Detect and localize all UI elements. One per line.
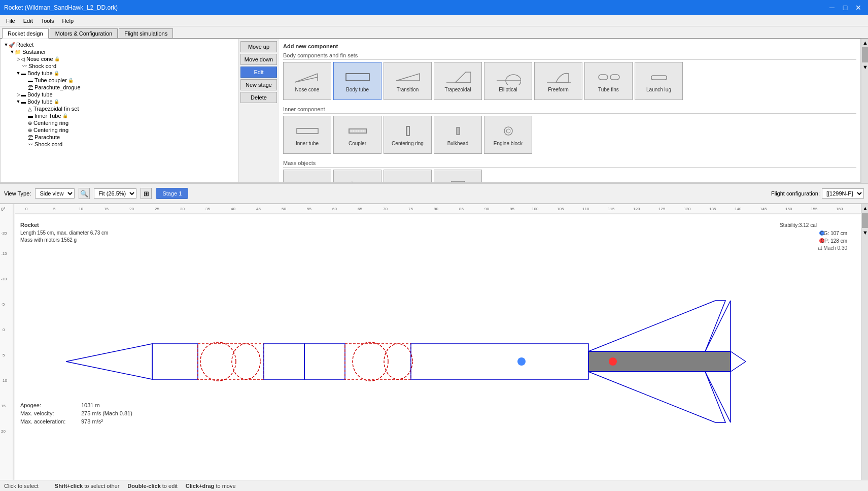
minimize-button[interactable]: ─ (826, 2, 838, 13)
svg-text:-20: -20 (1, 231, 7, 236)
view-scrollbar[interactable]: ▲ ▼ (861, 204, 868, 480)
flight-config-select[interactable]: [[1299N-P] (822, 188, 864, 199)
svg-text:60: 60 (332, 207, 337, 211)
lock-innertube: 🔒 (62, 113, 68, 118)
menu-edit[interactable]: Edit (19, 17, 37, 25)
svg-point-20 (504, 127, 512, 135)
tree-trapfin[interactable]: △ Trapezoidal fin set (3, 105, 236, 112)
svg-rect-11 (610, 75, 619, 80)
tree-tubecoupler[interactable]: ▬ Tube coupler 🔒 (3, 77, 236, 84)
stage-button[interactable]: Stage 1 (156, 188, 188, 199)
btn-trapezoidal[interactable]: Trapezoidal (434, 62, 482, 100)
tree-bodytube2[interactable]: ▷ ▬ Body tube (3, 91, 236, 98)
btn-freeform[interactable]: Freeform (534, 62, 582, 100)
btn-centering-ring[interactable]: Centering ring (384, 116, 432, 154)
view-scroll-down[interactable]: ▼ (861, 228, 868, 237)
tree-sustainer[interactable]: ▼ 📁 Sustainer (3, 48, 236, 55)
svg-text:Max. acceleration:: Max. acceleration: (20, 418, 65, 424)
view-toolbar: View Type: Side view 🔍 Fit (26.5%) ⊞ Sta… (0, 183, 868, 204)
btn-mass-component[interactable]: Mass component (434, 170, 482, 183)
view-scroll-thumb[interactable] (862, 213, 868, 228)
btn-inner-tube[interactable]: Inner tube (283, 116, 331, 154)
window-controls: ─ □ ✕ (826, 2, 864, 13)
close-button[interactable]: ✕ (853, 2, 864, 13)
label-elliptical: Elliptical (499, 87, 517, 92)
label-centering-ring: Centering ring (392, 141, 424, 146)
scroll-up[interactable]: ▲ (861, 39, 868, 47)
btn-elliptical[interactable]: Elliptical (484, 62, 532, 100)
svg-text:10: 10 (3, 378, 7, 383)
expand-sustainer[interactable]: ▼ (10, 49, 15, 54)
tab-flight-simulations[interactable]: Flight simulations (119, 28, 173, 38)
view-type-select[interactable]: Side view (35, 188, 75, 199)
parachute-icon: ⛱ (28, 135, 33, 140)
btn-nose-cone[interactable]: Nose cone (283, 62, 331, 100)
body-fin-grid: Nose cone Body tube Transition Trapezoid… (283, 62, 856, 100)
tree-centerring2[interactable]: ⊕ Centering ring (3, 126, 236, 134)
btn-parachute[interactable]: Parachute (283, 170, 331, 183)
tree-innertube[interactable]: ▬ Inner Tube 🔒 (3, 112, 236, 119)
tree-rocket[interactable]: ▼ 🚀 Rocket (3, 41, 236, 48)
btn-launch-lug[interactable]: Launch lug (635, 62, 683, 100)
zoom-icon-btn[interactable]: 🔍 (79, 188, 90, 199)
expand-nosecone[interactable]: ▷ (16, 56, 21, 61)
view-scroll-up[interactable]: ▲ (861, 204, 868, 212)
svg-rect-85 (304, 344, 345, 379)
delete-button[interactable]: Delete (240, 92, 277, 103)
zoom-select[interactable]: Fit (26.5%) (94, 188, 136, 199)
svg-text:15: 15 (1, 404, 6, 408)
btn-bulkhead[interactable]: Bulkhead (434, 116, 482, 154)
edit-button[interactable]: Edit (240, 67, 277, 78)
btn-shock-cord[interactable]: Shock cord (384, 170, 432, 183)
tree-centerring1[interactable]: ⊕ Centering ring (3, 119, 236, 126)
tree-shockcord1[interactable]: 〰 Shock cord (3, 62, 236, 70)
svg-text:-10: -10 (1, 277, 7, 281)
expand-rocket[interactable]: ▼ (4, 42, 9, 47)
menu-tools[interactable]: Tools (37, 17, 58, 25)
tubecoupler-icon: ▬ (28, 78, 33, 83)
menu-file[interactable]: File (2, 17, 19, 25)
mass-grid: Parachute Streamer Shock cord Mass compo… (283, 170, 856, 183)
menu-help[interactable]: Help (58, 17, 78, 25)
zoom-fit-btn[interactable]: ⊞ (141, 188, 152, 199)
scroll-thumb[interactable] (862, 47, 868, 62)
tab-motors-config[interactable]: Motors & Configuration (50, 28, 118, 38)
btn-coupler[interactable]: Coupler (333, 116, 381, 154)
inner-subtitle: Inner component (283, 106, 856, 114)
btn-streamer[interactable]: Streamer (333, 170, 381, 183)
svg-rect-84 (264, 344, 304, 379)
tree-nosecone[interactable]: ▷ ◁ Nose cone 🔒 (3, 55, 236, 62)
expand-bodytube2[interactable]: ▷ (16, 92, 21, 97)
svg-text:275 m/s (Mach 0.81): 275 m/s (Mach 0.81) (81, 410, 132, 416)
svg-text:70: 70 (383, 207, 388, 211)
btn-tube-fins[interactable]: Tube fins (584, 62, 633, 100)
svg-text:125: 125 (658, 207, 666, 211)
btn-transition[interactable]: Transition (384, 62, 432, 100)
svg-text:100: 100 (532, 207, 539, 211)
move-up-button[interactable]: Move up (240, 41, 277, 52)
svg-text:155: 155 (811, 207, 818, 211)
new-stage-button[interactable]: New stage (240, 79, 277, 90)
window-title: Rocket (Wildman_SandHawk_L2_DD.ork) (4, 4, 118, 11)
scroll-down[interactable]: ▼ (861, 63, 868, 71)
maximize-button[interactable]: □ (840, 2, 851, 13)
expand-bodytube1[interactable]: ▼ (16, 71, 21, 76)
svg-line-98 (731, 362, 746, 372)
tree-bodytube3[interactable]: ▼ ▬ Body tube 🔒 (3, 98, 236, 105)
status-click-select: Click to select (4, 483, 39, 489)
svg-rect-14 (297, 128, 318, 134)
svg-text:160: 160 (836, 207, 843, 211)
svg-marker-95 (705, 301, 731, 351)
btn-body-tube[interactable]: Body tube (333, 62, 381, 100)
tree-bodytube1[interactable]: ▼ ▬ Body tube 🔒 (3, 70, 236, 77)
tree-parachute[interactable]: ⛱ Parachute (3, 134, 236, 141)
expand-bodytube3[interactable]: ▼ (16, 99, 21, 104)
svg-rect-12 (651, 76, 667, 80)
btn-engine-block[interactable]: Engine block (484, 116, 532, 154)
tree-shockcord2[interactable]: 〰 Shock cord (3, 141, 236, 148)
drogue-icon: ⛱ (28, 85, 33, 90)
right-scrollbar[interactable]: ▲ ▼ (861, 39, 868, 183)
move-down-button[interactable]: Move down (240, 54, 277, 65)
tree-parachute-drogue[interactable]: ⛱ Parachute_drogue (3, 84, 236, 91)
tab-rocket-design[interactable]: Rocket design (2, 28, 49, 39)
